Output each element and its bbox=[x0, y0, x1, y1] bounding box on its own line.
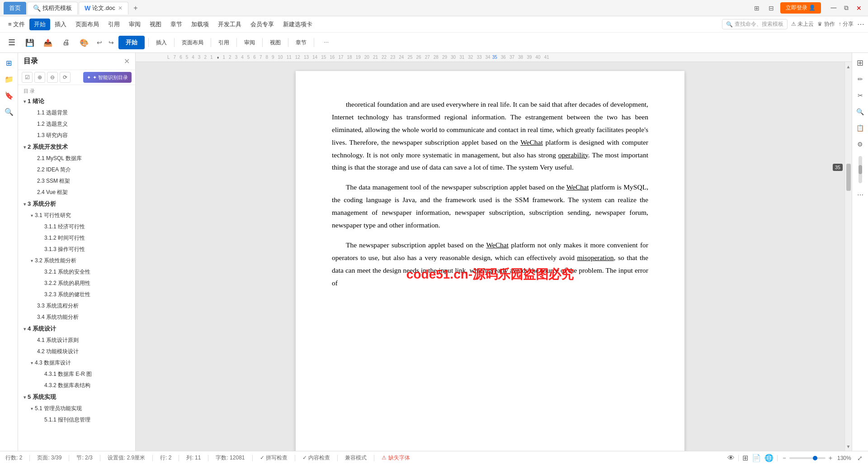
scroll-up-button[interactable]: ▲ bbox=[845, 62, 852, 71]
toc-item-15[interactable]: 3.2.1 系统的安全性 bbox=[18, 266, 135, 278]
toc-item-1[interactable]: 1.1 选题背景 bbox=[18, 107, 135, 118]
references-btn[interactable]: 引用 bbox=[215, 34, 233, 51]
menu-new-tab[interactable]: 新建选项卡 bbox=[278, 19, 317, 30]
menu-layout[interactable]: 页面布局 bbox=[71, 19, 104, 30]
sidebar-toggle[interactable]: ☰ bbox=[4, 34, 20, 51]
restore-button[interactable]: ⧉ bbox=[841, 3, 852, 14]
tab-template[interactable]: 🔍 找稻壳模板 bbox=[27, 2, 78, 14]
toc-item-6[interactable]: 2.2 IDEA 简介 bbox=[18, 164, 135, 175]
toc-item-9[interactable]: ▾3 系统分析 bbox=[18, 198, 135, 210]
toc-item-10[interactable]: ▾3.1 可行性研究 bbox=[18, 210, 135, 221]
tab-doc[interactable]: W 论文.doc ✕ bbox=[79, 2, 128, 14]
toc-item-23[interactable]: ▾4.3 数据库设计 bbox=[18, 357, 135, 369]
right-icon-2[interactable]: ✏ bbox=[854, 73, 867, 85]
format-paint-btn[interactable]: 🎨 bbox=[76, 34, 92, 51]
toc-item-28[interactable]: 5.1.1 报刊信息管理 bbox=[18, 414, 135, 426]
expand-icon[interactable]: ⤢ bbox=[857, 455, 863, 462]
grid-view-button[interactable]: ⊞ bbox=[751, 3, 762, 14]
toc-item-13[interactable]: 3.1.3 操作可行性 bbox=[18, 244, 135, 255]
menu-start[interactable]: 开始 bbox=[29, 19, 50, 30]
mini-scrollbar[interactable] bbox=[859, 156, 862, 183]
toc-item-8[interactable]: 2.4 Vue 框架 bbox=[18, 187, 135, 198]
zoom-out-button[interactable]: － bbox=[781, 454, 788, 462]
right-icon-6[interactable]: ⚙ bbox=[854, 138, 867, 151]
toc-item-5[interactable]: 2.1 MySQL 数据库 bbox=[18, 153, 135, 164]
close-button[interactable]: ✕ bbox=[854, 3, 864, 14]
wechat-link-3[interactable]: WeChat bbox=[486, 241, 509, 249]
sidebar-close-button[interactable]: ✕ bbox=[124, 57, 130, 66]
view-btn[interactable]: 视图 bbox=[266, 34, 284, 51]
toc-item-16[interactable]: 3.2.2 系统的易用性 bbox=[18, 278, 135, 289]
doc-tab-close[interactable]: ✕ bbox=[118, 5, 123, 11]
view-layout-icon[interactable]: ⊞ bbox=[742, 454, 748, 462]
more-btn[interactable]: ⋯ bbox=[857, 20, 864, 28]
redo-button[interactable]: ↪ bbox=[106, 37, 117, 48]
right-icon-bottom[interactable]: ⋯ bbox=[854, 189, 867, 201]
save-btn[interactable]: 💾 bbox=[22, 34, 38, 51]
nav-icon-bookmark[interactable]: 🔖 bbox=[3, 89, 15, 102]
zoom-slider[interactable] bbox=[789, 457, 826, 459]
print-btn[interactable]: 🖨 bbox=[58, 34, 74, 51]
insert-btn[interactable]: 插入 bbox=[152, 34, 170, 51]
status-spell[interactable]: ✓ 拼写检查 bbox=[260, 454, 288, 462]
toc-item-24[interactable]: 4.3.1 数据库 E-R 图 bbox=[18, 369, 135, 380]
menu-insert[interactable]: 插入 bbox=[50, 19, 71, 30]
search-command[interactable]: 🔍 查找命令、搜索模板 bbox=[722, 19, 788, 29]
view-eye-icon[interactable]: 👁 bbox=[727, 454, 735, 462]
toc-item-22[interactable]: 4.2 功能模块设计 bbox=[18, 346, 135, 357]
toc-item-25[interactable]: 4.3.2 数据库表结构 bbox=[18, 380, 135, 391]
menu-reference[interactable]: 引用 bbox=[104, 19, 124, 30]
scroll-thumb[interactable] bbox=[846, 164, 851, 191]
page-layout-btn[interactable]: 页面布局 bbox=[178, 34, 207, 51]
menu-view[interactable]: 视图 bbox=[145, 19, 166, 30]
toc-item-18[interactable]: 3.3 系统流程分析 bbox=[18, 300, 135, 312]
toc-item-27[interactable]: ▾5.1 管理员功能实现 bbox=[18, 403, 135, 414]
menu-member[interactable]: 会员专享 bbox=[246, 19, 278, 30]
chapter-btn[interactable]: 章节 bbox=[292, 34, 310, 51]
toc-item-2[interactable]: 1.2 选题意义 bbox=[18, 118, 135, 130]
nav-icon-docs[interactable]: 📁 bbox=[3, 73, 15, 85]
wechat-link-2[interactable]: WeChat bbox=[566, 183, 589, 191]
toc-item-3[interactable]: 1.3 研究内容 bbox=[18, 130, 135, 141]
review-btn[interactable]: 审阅 bbox=[241, 34, 259, 51]
toc-item-7[interactable]: 2.3 SSM 框架 bbox=[18, 175, 135, 187]
menu-file[interactable]: ≡ 文件 bbox=[4, 19, 29, 30]
toc-check-all[interactable]: ☑ bbox=[22, 72, 33, 83]
toc-item-17[interactable]: 3.2.3 系统的健壮性 bbox=[18, 289, 135, 300]
cloud-status[interactable]: ⚠ 未上云 bbox=[791, 20, 814, 28]
toc-item-0[interactable]: ▾1 绪论 bbox=[18, 95, 135, 107]
toc-item-21[interactable]: 4.1 系统设计原则 bbox=[18, 335, 135, 346]
more-tools[interactable]: ⋯ bbox=[318, 34, 334, 51]
vertical-scrollbar[interactable]: ▲ 35 ▼ bbox=[844, 62, 852, 451]
export-btn[interactable]: 📤 bbox=[40, 34, 56, 51]
new-tab-button[interactable]: + bbox=[129, 2, 142, 14]
toc-item-19[interactable]: 3.4 系统功能分析 bbox=[18, 312, 135, 323]
collab-btn[interactable]: ♛ 协作 bbox=[817, 20, 835, 28]
wechat-link-1[interactable]: WeChat bbox=[520, 138, 543, 146]
tab-home[interactable]: 首页 bbox=[4, 2, 26, 14]
nav-icon-home[interactable]: ⊞ bbox=[3, 57, 15, 69]
toc-item-4[interactable]: ▾2 系统开发技术 bbox=[18, 141, 135, 153]
share-btn[interactable]: ↑ 分享 bbox=[839, 20, 854, 28]
toc-refresh[interactable]: ⟳ bbox=[60, 72, 71, 83]
right-icon-3[interactable]: ✂ bbox=[854, 89, 867, 102]
scroll-down-button[interactable]: ▼ bbox=[845, 442, 852, 451]
toc-item-26[interactable]: ▾5 系统实现 bbox=[18, 391, 135, 403]
zoom-in-button[interactable]: ＋ bbox=[827, 454, 834, 462]
toc-expand[interactable]: ⊕ bbox=[34, 72, 45, 83]
view-page-icon[interactable]: 📄 bbox=[752, 454, 761, 462]
status-content[interactable]: ✓ 内容检查 bbox=[302, 454, 330, 462]
nav-icon-find[interactable]: 🔍 bbox=[3, 105, 15, 118]
toc-item-14[interactable]: ▾3.2 系统性能分析 bbox=[18, 255, 135, 266]
minimize-button[interactable]: ─ bbox=[828, 3, 839, 14]
apps-button[interactable]: ⊟ bbox=[766, 3, 777, 14]
menu-addons[interactable]: 加载项 bbox=[187, 19, 213, 30]
toc-item-12[interactable]: 3.1.2 时间可行性 bbox=[18, 232, 135, 244]
ai-recognize-btn[interactable]: ✦ ✦ 智能识别目录 bbox=[83, 72, 132, 83]
operability-link[interactable]: operability bbox=[558, 151, 588, 159]
right-icon-1[interactable]: ⊞ bbox=[854, 57, 867, 69]
toc-item-11[interactable]: 3.1.1 经济可行性 bbox=[18, 221, 135, 232]
right-icon-4[interactable]: 🔍 bbox=[854, 105, 867, 118]
start-active-button[interactable]: 开始 bbox=[118, 36, 145, 49]
undo-button[interactable]: ↩ bbox=[94, 37, 105, 48]
